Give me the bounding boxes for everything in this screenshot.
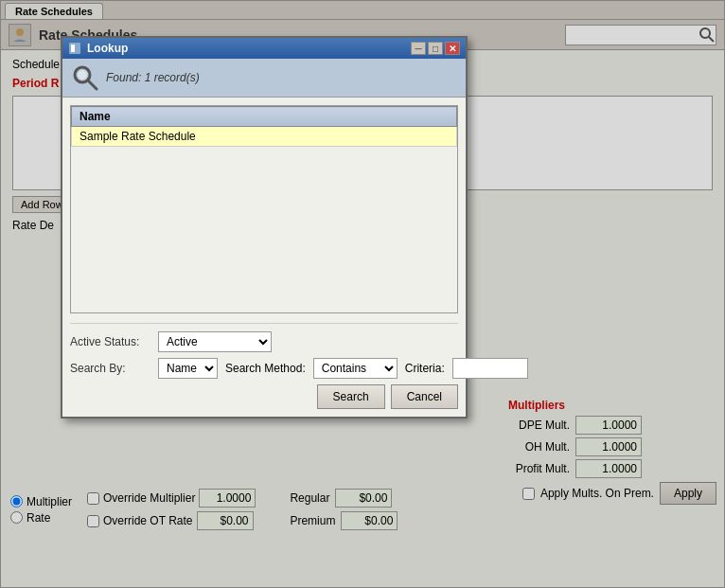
dialog-icon [68,42,81,55]
dialog-title-bar: Lookup ─ □ ✕ [62,38,466,59]
search-by-select[interactable]: Name Code [158,358,218,379]
table-row[interactable]: Sample Rate Schedule [72,127,457,147]
search-method-label: Search Method: [225,362,306,375]
result-name-cell[interactable]: Sample Rate Schedule [72,127,457,147]
filter-section: Active Status: Active Inactive All Searc… [70,323,458,409]
search-criteria-row: Search By: Name Code Search Method: Cont… [70,358,458,379]
active-status-label: Active Status: [70,335,150,348]
dialog-title-text: Lookup [87,42,128,55]
svg-line-7 [88,80,97,89]
search-button[interactable]: Search [317,384,385,409]
results-table: Name Sample Rate Schedule [71,106,457,147]
active-status-row: Active Status: Active Inactive All [70,331,458,352]
active-status-select[interactable]: Active Inactive All [158,331,272,352]
dialog-maximize-button[interactable]: □ [428,42,443,55]
dialog-close-button[interactable]: ✕ [445,42,460,55]
criteria-label: Criteria: [405,362,445,375]
dialog-title-left: Lookup [68,42,128,55]
dialog-header: Found: 1 record(s) [62,59,466,98]
search-by-label: Search By: [70,362,150,375]
svg-rect-4 [71,45,75,52]
cancel-button[interactable]: Cancel [391,384,458,409]
dialog-content: Name Sample Rate Schedule Active Status:… [62,98,466,417]
name-column-header: Name [72,107,457,127]
found-records-text: Found: 1 record(s) [106,71,200,84]
criteria-input[interactable] [452,358,528,379]
dialog-buttons: Search Cancel [70,384,458,409]
results-area[interactable]: Name Sample Rate Schedule [70,105,458,313]
lookup-dialog: Lookup ─ □ ✕ Found: 1 record(s) Name [61,36,468,419]
magnifier-icon [72,64,98,91]
dialog-window-buttons: ─ □ ✕ [411,42,460,55]
svg-point-6 [78,70,87,80]
dialog-minimize-button[interactable]: ─ [411,42,426,55]
search-method-select[interactable]: Contains Starts With Equals [313,358,398,379]
